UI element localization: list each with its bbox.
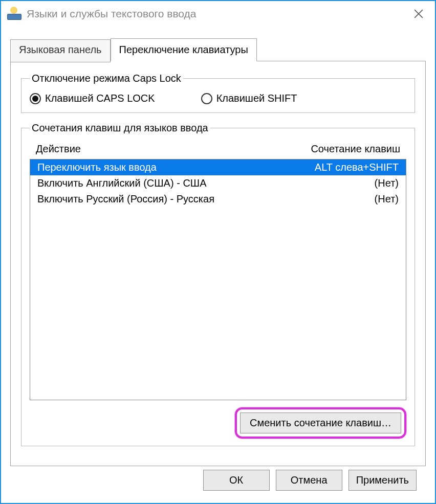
tab-language-panel[interactable]: Языковая панель	[10, 39, 111, 62]
table-row[interactable]: Переключить язык вводаALT слева+SHIFT	[30, 159, 406, 175]
content-area: Языковая панель Переключение клавиатуры …	[1, 27, 435, 503]
tabstrip: Языковая панель Переключение клавиатуры	[10, 38, 426, 61]
cancel-button[interactable]: Отмена	[276, 470, 342, 491]
col-action: Действие	[36, 143, 81, 155]
row-combo: ALT слева+SHIFT	[315, 162, 399, 173]
dialog-footer: ОК Отмена Применить	[10, 466, 426, 503]
apply-button[interactable]: Применить	[348, 470, 417, 491]
row-action: Включить Русский (Россия) - Русская	[37, 193, 214, 205]
ok-button[interactable]: ОК	[203, 470, 270, 491]
table-row[interactable]: Включить Английский (США) - США(Нет)	[30, 175, 406, 191]
change-hotkey-row: Сменить сочетание клавиш…	[30, 407, 406, 439]
col-combo: Сочетание клавиш	[311, 143, 400, 155]
hotkeys-fieldset: Сочетания клавиш для языков ввода Действ…	[21, 122, 415, 446]
window-title: Языки и службы текстового ввода	[27, 8, 406, 20]
row-action: Переключить язык ввода	[37, 162, 157, 173]
capslock-legend: Отключение режима Caps Lock	[30, 73, 183, 84]
row-combo: (Нет)	[375, 193, 399, 205]
radio-label: Клавишей SHIFT	[216, 93, 297, 104]
row-combo: (Нет)	[375, 177, 399, 189]
table-row[interactable]: Включить Русский (Россия) - Русская(Нет)	[30, 191, 406, 207]
radio-icon	[30, 93, 41, 104]
app-icon	[7, 8, 21, 20]
table-body[interactable]: Переключить язык вводаALT слева+SHIFTВкл…	[30, 159, 406, 400]
capslock-radio-group: Клавишей CAPS LOCK Клавишей SHIFT	[30, 90, 406, 104]
table-header: Действие Сочетание клавиш	[30, 140, 406, 159]
radio-shift[interactable]: Клавишей SHIFT	[201, 93, 297, 104]
radio-caps-lock[interactable]: Клавишей CAPS LOCK	[30, 93, 155, 104]
hotkeys-legend: Сочетания клавиш для языков ввода	[30, 122, 210, 134]
capslock-fieldset: Отключение режима Caps Lock Клавишей CAP…	[21, 73, 415, 113]
row-action: Включить Английский (США) - США	[37, 177, 207, 189]
radio-icon	[201, 93, 212, 104]
hotkeys-table: Действие Сочетание клавиш Переключить яз…	[30, 140, 406, 400]
titlebar: Языки и службы текстового ввода	[1, 1, 435, 27]
dialog-window: Языки и службы текстового ввода Языковая…	[0, 0, 436, 504]
change-hotkey-button[interactable]: Сменить сочетание клавиш…	[240, 413, 401, 433]
tab-panel: Отключение режима Caps Lock Клавишей CAP…	[10, 61, 426, 466]
close-icon[interactable]	[406, 4, 431, 24]
radio-label: Клавишей CAPS LOCK	[45, 93, 155, 104]
tab-keyboard-switch[interactable]: Переключение клавиатуры	[111, 38, 257, 61]
highlight-annotation: Сменить сочетание клавиш…	[235, 407, 406, 439]
